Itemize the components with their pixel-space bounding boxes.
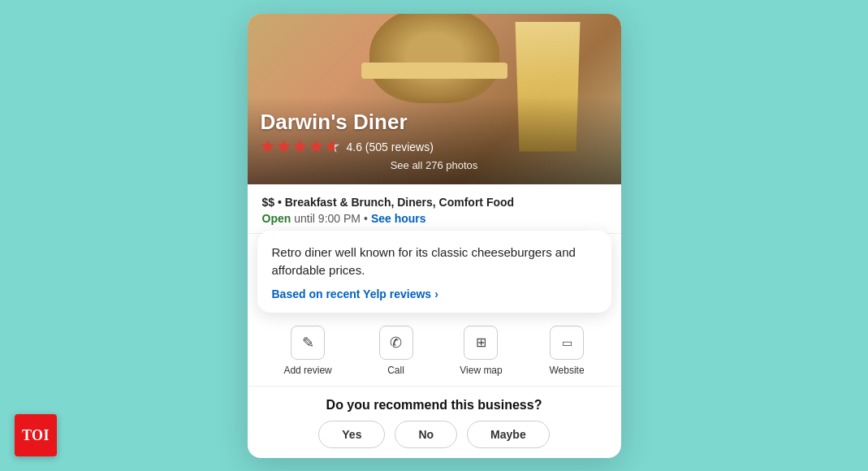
maybe-button[interactable]: Maybe [467,421,550,448]
separator: • [364,212,368,225]
ai-summary-card: Retro diner well known for its classic c… [257,231,611,313]
chevron-right-icon: › [434,287,438,300]
yes-button[interactable]: Yes [318,421,385,448]
toi-label: TOI [22,427,50,444]
open-badge: Open [262,212,291,225]
view-map-icon: ⊞ [476,335,486,350]
recommend-title: Do you recommend this business? [261,398,608,413]
view-map-label: View map [460,365,502,376]
toi-badge: TOI [15,414,57,456]
add-review-icon-wrapper: ✎ [291,326,325,360]
recommend-buttons: Yes No Maybe [261,421,608,448]
call-icon: ✆ [390,334,402,352]
yelp-reviews-label: Based on recent Yelp reviews [272,287,432,300]
hours-until: until 9:00 PM [294,212,361,225]
rating-row: 4.6 (505 reviews) [261,140,608,154]
recommend-section: Do you recommend this business? Yes No M… [248,387,621,458]
star-1 [261,140,275,154]
call-label: Call [387,365,404,376]
yelp-reviews-link[interactable]: Based on recent Yelp reviews › [272,287,438,300]
actions-section: ✎ Add review ✆ Call ⊞ View map ▭ [248,319,621,387]
photos-link[interactable]: See all 276 photos [261,159,608,171]
website-label: Website [549,365,584,376]
call-action[interactable]: ✆ Call [379,326,413,376]
hero-image: Darwin's Diner 4.6 (505 reviews) See all… [248,14,621,184]
phone-card: Darwin's Diner 4.6 (505 reviews) See all… [248,14,621,458]
rating-text: 4.6 (505 reviews) [347,140,434,153]
category-text: $$ • Breakfast & Brunch, Diners, Comfort… [262,196,607,209]
add-review-icon: ✎ [302,334,314,352]
star-rating [261,140,340,154]
summary-text: Retro diner well known for its classic c… [272,244,597,280]
website-icon: ▭ [562,336,572,349]
hero-overlay: Darwin's Diner 4.6 (505 reviews) See all… [248,97,621,184]
see-hours-link[interactable]: See hours [371,212,426,225]
star-5 [326,140,340,154]
call-icon-wrapper: ✆ [379,326,413,360]
view-map-icon-wrapper: ⊞ [464,326,498,360]
website-icon-wrapper: ▭ [550,326,584,360]
add-review-label: Add review [283,365,331,376]
star-2 [277,140,291,154]
website-action[interactable]: ▭ Website [549,326,584,376]
no-button[interactable]: No [395,421,457,448]
view-map-action[interactable]: ⊞ View map [460,326,502,376]
info-section: $$ • Breakfast & Brunch, Diners, Comfort… [248,184,621,234]
restaurant-name: Darwin's Diner [261,110,608,135]
star-3 [293,140,308,154]
hours-row: Open until 9:00 PM • See hours [262,212,607,225]
add-review-action[interactable]: ✎ Add review [283,326,331,376]
star-4 [309,140,324,154]
